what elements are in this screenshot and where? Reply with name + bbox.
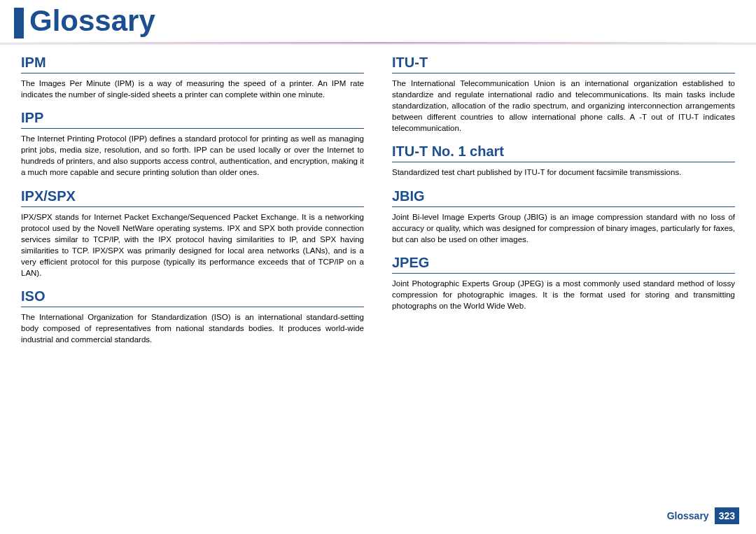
entry-ipp: IPP The Internet Printing Protocol (IPP)… (21, 110, 364, 178)
entry-body: Joint Bi-level Image Experts Group (JBIG… (392, 211, 735, 245)
entry-title: JPEG (392, 255, 735, 274)
entry-title: IPX/SPX (21, 188, 364, 207)
entry-jbig: JBIG Joint Bi-level Image Experts Group … (392, 188, 735, 245)
entry-itu-t-chart: ITU-T No. 1 chart Standardized test char… (392, 143, 735, 178)
right-column: ITU-T The International Telecommunicatio… (392, 55, 735, 355)
entry-body: The Images Per Minute (IPM) is a way of … (21, 78, 364, 100)
entry-body: Standardized test chart published by ITU… (392, 167, 735, 178)
content: IPM The Images Per Minute (IPM) is a way… (0, 46, 756, 355)
entry-title: ITU-T (392, 55, 735, 73)
entry-body: Joint Photographic Experts Group (JPEG) … (392, 278, 735, 311)
entry-iso: ISO The International Organization for S… (21, 288, 364, 345)
footer: Glossary 323 (667, 507, 739, 524)
footer-label: Glossary (667, 510, 709, 521)
entry-ipm: IPM The Images Per Minute (IPM) is a way… (21, 55, 364, 100)
entry-title: IPP (21, 110, 364, 129)
left-column: IPM The Images Per Minute (IPM) is a way… (21, 55, 364, 355)
title-bar: Glossary (0, 0, 756, 42)
entry-itu-t: ITU-T The International Telecommunicatio… (392, 55, 735, 134)
entry-title: IPM (21, 55, 364, 73)
entry-jpeg: JPEG Joint Photographic Experts Group (J… (392, 255, 735, 311)
header-divider (0, 42, 756, 46)
entry-body: The International Telecommunication Unio… (392, 78, 735, 134)
footer-page-number: 323 (715, 507, 739, 524)
page: Glossary IPM The Images Per Minute (IPM)… (0, 0, 756, 534)
entry-ipx-spx: IPX/SPX IPX/SPX stands for Internet Pack… (21, 188, 364, 279)
page-title: Glossary (29, 6, 155, 36)
entry-body: The Internet Printing Protocol (IPP) def… (21, 133, 364, 178)
entry-body: The International Organization for Stand… (21, 311, 364, 345)
entry-title: ISO (21, 288, 364, 307)
title-accent (14, 8, 24, 38)
entry-title: JBIG (392, 188, 735, 207)
entry-body: IPX/SPX stands for Internet Packet Excha… (21, 211, 364, 279)
entry-title: ITU-T No. 1 chart (392, 143, 735, 162)
